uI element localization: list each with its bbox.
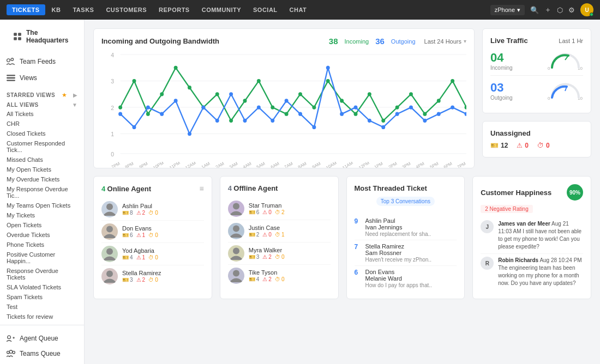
nav-kb[interactable]: KB — [46, 4, 67, 15]
thread-num-2: 7 — [355, 243, 362, 251]
sidebar-link-test[interactable]: Test — [0, 302, 84, 312]
starred-views-header: STARRED VIEWS ★ ▶ — [0, 88, 84, 100]
happiness-title: Customer Happiness — [481, 189, 551, 197]
starred-expand-icon[interactable]: ▶ — [73, 92, 77, 98]
agent-info-2: Don Evans 🎫 6 ⚠ 1 ⏱ 0 — [122, 225, 204, 238]
menu-icon[interactable]: ≡ — [200, 184, 204, 193]
nav-community[interactable]: COMMUNITY — [196, 4, 247, 15]
offline-stats-4: 🎫 4 ⚠ 2 ⏱ 0 — [249, 276, 331, 282]
sidebar-item-headquarters[interactable]: The Headquarters — [7, 25, 77, 48]
xlabel-16: 10AM — [325, 162, 338, 168]
sidebar-link-chr[interactable]: CHR — [0, 119, 84, 129]
sidebar-divider — [0, 325, 84, 325]
svg-point-55 — [188, 132, 191, 136]
agent-info-1: Ashlin Paul 🎫 8 ⚠ 2 ⏱ 0 — [122, 203, 204, 216]
off-tickets-2: 🎫 2 — [249, 232, 260, 238]
sidebar-link-myteamsopen[interactable]: My Teams Open Tickets — [0, 201, 84, 210]
external-icon[interactable]: ⬡ — [557, 6, 563, 14]
svg-point-65 — [326, 66, 330, 70]
negative-rating-badge: 2 Negative Rating — [481, 205, 533, 213]
gear-button[interactable]: ⚙ — [568, 6, 575, 14]
sidebar-link-closedtickets[interactable]: Closed Tickets — [0, 129, 84, 138]
bandwidth-title: Incoming and Outgoing Bandwidth — [101, 37, 219, 45]
sidebar-link-phonetickets[interactable]: Phone Tickets — [0, 240, 84, 250]
sidebar-link-positivehappiness[interactable]: Positive Customer Happin... — [0, 250, 84, 266]
feedback-item-2: R Robin Richards Aug 28 10:24 PM The eng… — [481, 254, 583, 290]
sidebar-link-myresponseoverdue[interactable]: My Response Overdue Tic... — [0, 184, 84, 201]
search-button[interactable]: 🔍 — [530, 6, 539, 14]
svg-point-66 — [340, 112, 344, 116]
gauge-outgoing-info: 03 Outgoing — [490, 81, 513, 101]
add-button[interactable]: ＋ — [544, 5, 551, 15]
agent-name-4: Stella Ramirez — [122, 270, 204, 276]
sidebar-item-agentqueue[interactable]: Agent Queue — [0, 331, 84, 346]
sidebar-item-views[interactable]: Views — [0, 70, 84, 86]
offline-info-3: Myra Walker 🎫 3 ⚠ 2 ⏱ 0 — [249, 247, 331, 260]
unassigned-title: Unassigned — [490, 129, 531, 137]
nav-tickets[interactable]: TICKETS — [7, 4, 45, 15]
sidebar-link-responseoverdue[interactable]: Response Overdue Tickets — [0, 266, 84, 282]
unassigned-stats: 🎫 12 ⚠ 0 ⏱ 0 — [490, 142, 583, 149]
svg-text:2: 2 — [111, 105, 114, 111]
nav-chat[interactable]: CHAT — [284, 4, 313, 15]
svg-point-35 — [271, 105, 274, 109]
offline-stats-2: 🎫 2 ⚠ 0 ⏱ 1 — [249, 232, 331, 238]
avatar[interactable]: U — [580, 3, 593, 16]
xlabel-18: 12PM — [358, 162, 370, 168]
svg-point-31 — [215, 92, 219, 96]
sidebar-item-tags[interactable]: Tags — [0, 361, 84, 364]
agent-avatar-4 — [101, 268, 118, 284]
xlabel-4: 10PM — [152, 162, 165, 168]
time-range-chevron: ▾ — [464, 38, 466, 44]
incoming-number: 04 — [490, 51, 513, 65]
sidebar-link-myopentickets[interactable]: My Open Tickets — [0, 165, 84, 174]
nav-customers[interactable]: CUSTOMERS — [100, 4, 152, 15]
svg-point-53 — [160, 112, 164, 116]
sidebar-link-slaviolated[interactable]: SLA Violated Tickets — [0, 282, 84, 292]
time-range[interactable]: Last 24 Hours ▾ — [424, 38, 466, 45]
sidebar-link-mytickets[interactable]: My Tickets — [0, 210, 84, 220]
agent-stats-3: 🎫 4 ⚠ 1 ⏱ 0 — [122, 254, 204, 260]
sidebar-link-ticketsforreview[interactable]: Tickets for review — [0, 312, 84, 321]
all-views-collapse-icon[interactable]: ▼ — [72, 102, 77, 108]
sidebar-link-customerresponded[interactable]: Customer Responded Tick... — [0, 138, 84, 155]
thread-names-3: Don Evans Melanie Ward — [365, 269, 402, 282]
xlabel-20: 2PM — [388, 162, 398, 168]
thread-num-1: 9 — [355, 217, 362, 225]
xlabel-7: 1AM — [201, 162, 211, 168]
feedback-name-1: James van der Meer — [498, 221, 550, 227]
sidebar-link-spam[interactable]: Spam Tickets — [0, 292, 84, 302]
xlabel-13: 7AM — [284, 162, 294, 168]
zphone-badge[interactable]: zPhone ▾ — [490, 5, 525, 15]
thread-item-1: 9 Ashlin Paul Ivan Jennings Need replace… — [355, 215, 457, 240]
sidebar-link-alltickets[interactable]: All Tickets — [0, 109, 84, 119]
incoming-gauge-label: Incoming — [490, 65, 513, 71]
agent-red-1: ⚠ 2 — [136, 210, 146, 216]
thread-name2-line1: Stella Ramirez — [365, 243, 405, 250]
nav-social[interactable]: SOCIAL — [248, 4, 283, 15]
agent-orange-1: ⏱ 0 — [148, 210, 158, 216]
sidebar-item-teamsqueue[interactable]: Teams Queue — [0, 346, 84, 361]
online-agents-header: 4 Online Agent ≡ — [101, 184, 204, 193]
nav-reports[interactable]: REPORTS — [153, 4, 195, 15]
off-tickets-3: 🎫 3 — [249, 254, 260, 260]
offline-agent-row-4: Tike Tyson 🎫 4 ⚠ 2 ⏱ 0 — [228, 265, 331, 287]
nav-tasks[interactable]: TASKS — [67, 4, 99, 15]
offline-info-1: Star Truman 🎫 6 ⚠ 0 ⏱ 2 — [249, 202, 331, 215]
sidebar-link-myoverdue[interactable]: My Overdue Tickets — [0, 174, 84, 184]
right-panel: Live Traffic Last 1 Hr 04 Incoming 0 10 — [482, 28, 591, 168]
svg-point-4 — [7, 59, 10, 62]
sidebar-link-missedchats[interactable]: Missed Chats — [0, 155, 84, 165]
most-threaded-title: Most Threaded Ticket — [355, 184, 427, 192]
svg-rect-0 — [14, 33, 17, 36]
feedback-msg-2: The engineering team has been working on… — [498, 265, 579, 286]
most-threaded-header: Most Threaded Ticket — [355, 184, 457, 192]
sidebar-item-teamfeeds[interactable]: Team Feeds — [0, 53, 84, 70]
sidebar-link-opentickets[interactable]: Open Tickets — [0, 220, 84, 230]
svg-point-50 — [118, 112, 122, 116]
sidebar-link-overduetickets[interactable]: Overdue Tickets — [0, 230, 84, 240]
svg-point-25 — [133, 79, 136, 83]
xlabel-15: 9AM — [311, 162, 322, 168]
thread-item-2: 7 Stella Ramirez Sam Rossner Haven't rec… — [355, 240, 457, 266]
agent-name-3: Yod Agbaria — [122, 247, 204, 254]
